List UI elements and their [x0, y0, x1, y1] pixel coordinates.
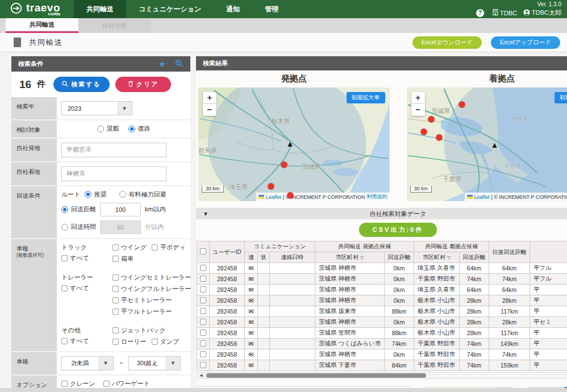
checkbox-option[interactable]: 平ボディ: [152, 243, 186, 252]
zoom-in-button[interactable]: +: [411, 92, 425, 104]
sub-tab[interactable]: 共同輸送: [6, 18, 78, 33]
scrollbar-track[interactable]: [205, 373, 567, 378]
destination-input[interactable]: 神栖市: [61, 166, 166, 181]
checkbox-option[interactable]: ウイングセミトレーラー: [112, 273, 191, 282]
checkbox-option[interactable]: ウイングフルトレーラー: [112, 285, 191, 293]
map-point-marker[interactable]: [281, 162, 287, 168]
checkbox-option[interactable]: すべて: [61, 337, 112, 345]
mail-icon[interactable]: ✉: [248, 286, 253, 293]
attribution-link[interactable]: 利用規約: [367, 193, 387, 201]
radio-option[interactable]: 復路: [128, 124, 151, 133]
scroll-left-arrow-icon[interactable]: ◀: [197, 373, 205, 378]
zoom-out-button[interactable]: −: [411, 104, 425, 116]
deadhead-time-radio[interactable]: 回送時間: [61, 223, 96, 231]
sub-tab[interactable]: 自社分析: [78, 18, 151, 33]
row-checkbox[interactable]: [200, 330, 206, 336]
map-point-marker[interactable]: [420, 129, 427, 135]
mail-icon[interactable]: ✉: [248, 276, 253, 282]
vehicle-class-to-select[interactable]: 30t超え ▼: [128, 356, 181, 370]
checkbox-option[interactable]: ウイング: [112, 243, 147, 252]
map-point-marker[interactable]: [287, 193, 293, 199]
checkbox-option[interactable]: ジェットパック: [112, 326, 166, 335]
search-button[interactable]: 検索する: [53, 77, 110, 92]
deadhead-distance-input[interactable]: 100: [100, 203, 141, 216]
year-select[interactable]: 2023 ▼: [61, 101, 132, 115]
row-checkbox[interactable]: [200, 276, 206, 282]
nav-item[interactable]: 通知: [214, 0, 252, 18]
collapse-arrow-icon[interactable]: ▼: [196, 211, 215, 217]
row-checkbox[interactable]: [200, 308, 206, 314]
attribution-brand[interactable]: Leaflet: [474, 194, 490, 200]
row-checkbox[interactable]: [200, 351, 206, 357]
clear-button[interactable]: クリア: [115, 77, 172, 92]
attribution-brand[interactable]: Leaflet: [266, 194, 281, 200]
mail-icon[interactable]: ✉: [248, 362, 253, 369]
filter-icon[interactable]: ▽: [360, 255, 364, 260]
nav-item[interactable]: 管理: [252, 0, 291, 18]
vehicle-cell: 平: [530, 328, 567, 339]
mail-icon[interactable]: ✉: [248, 340, 253, 347]
checkbox-option[interactable]: ダンプ: [152, 337, 180, 346]
excel-upload-button[interactable]: Excelアップロード: [491, 36, 560, 49]
row-checkbox[interactable]: [200, 340, 206, 347]
checkbox-option[interactable]: 平セミトレーラー: [112, 296, 172, 305]
map-point-marker[interactable]: [428, 116, 435, 123]
zoom-out-button[interactable]: −: [203, 104, 216, 116]
map-reset-button[interactable]: 初期拡大率: [555, 92, 567, 103]
checkbox-option[interactable]: すべて: [61, 284, 112, 293]
mail-icon[interactable]: ✉: [248, 330, 253, 336]
scrollbar-thumb[interactable]: [206, 373, 426, 378]
checkbox-option[interactable]: 平フルトレーラー: [112, 307, 172, 316]
horizontal-scrollbar[interactable]: ◀ ▶: [197, 372, 567, 379]
checkbox-option[interactable]: すべて: [61, 254, 112, 262]
map-point-marker[interactable]: [268, 184, 274, 190]
mail-icon[interactable]: ✉: [248, 319, 253, 326]
mail-icon[interactable]: ✉: [248, 351, 253, 358]
row-checkbox[interactable]: [200, 362, 206, 368]
own-data-toggle-bar[interactable]: ▼ 自社検索対象データ: [196, 208, 567, 219]
favorite-star-icon[interactable]: ★: [159, 59, 166, 69]
nav-item[interactable]: コミュニケーション: [126, 0, 214, 18]
filter-icon[interactable]: ▽: [447, 255, 451, 260]
result-count: 16: [19, 78, 31, 91]
user-id-cell: 282458: [210, 328, 245, 339]
nav-item[interactable]: 共同輸送: [74, 0, 126, 18]
help-icon[interactable]: ?: [476, 9, 484, 17]
radio-option[interactable]: 混載: [97, 124, 119, 133]
row-checkbox[interactable]: [200, 297, 206, 303]
origin-input[interactable]: 宇都宮市: [61, 143, 166, 157]
csv-export-button[interactable]: CSV出力:0件: [359, 223, 437, 237]
origin-map[interactable]: + − 初期拡大率 30 km Leaflet | © INCREMENT P …: [198, 87, 390, 201]
row-checkbox[interactable]: [200, 265, 206, 271]
content: 検索条件 ★ 16 件 検索する クリア 検索年: [0, 52, 567, 392]
deadhead-time-input[interactable]: 60: [100, 220, 141, 234]
deadhead-distance-radio[interactable]: 回送距離: [61, 205, 96, 214]
row-checkbox[interactable]: [200, 319, 206, 325]
mail-icon[interactable]: ✉: [248, 265, 253, 272]
company-badge[interactable]: TDBC: [493, 9, 517, 16]
row-checkbox[interactable]: [200, 286, 206, 293]
radio-option[interactable]: 推奨: [85, 190, 107, 199]
destination-map[interactable]: + − 初期拡大率 30 km Leaflet | © INCREMENT P …: [407, 87, 567, 201]
vehicle-group-name: その他: [61, 326, 112, 335]
checkbox-option[interactable]: ローリー: [112, 337, 147, 346]
zoom-in-button[interactable]: +: [203, 92, 216, 104]
excel-download-button[interactable]: Excelダウンロード: [412, 36, 482, 49]
select-all-checkbox[interactable]: [200, 248, 206, 255]
map-point-marker[interactable]: [436, 135, 442, 141]
map-home-marker[interactable]: ▲: [490, 141, 498, 149]
vehicle-class-from-select[interactable]: 2t未満 ▼: [61, 356, 114, 370]
map-home-marker[interactable]: ▲: [286, 140, 294, 148]
radio-option[interactable]: 有料極力回避: [119, 190, 166, 199]
map-point-marker[interactable]: [459, 102, 465, 108]
checkbox-option[interactable]: 箱車: [112, 255, 134, 263]
zoom-in-search-icon[interactable]: [175, 59, 184, 69]
mail-icon[interactable]: ✉: [248, 308, 253, 315]
roundtrip-distance-cell: 28km: [489, 295, 530, 306]
mail-icon[interactable]: ✉: [248, 297, 253, 304]
checkbox-option[interactable]: クレーン: [61, 380, 95, 388]
user-badge[interactable]: TDBC太郎: [523, 9, 561, 17]
checkbox-option[interactable]: パワーゲート: [103, 380, 150, 388]
map-reset-button[interactable]: 初期拡大率: [347, 92, 385, 103]
app-logo[interactable]: traevo noWa: [0, 0, 69, 18]
